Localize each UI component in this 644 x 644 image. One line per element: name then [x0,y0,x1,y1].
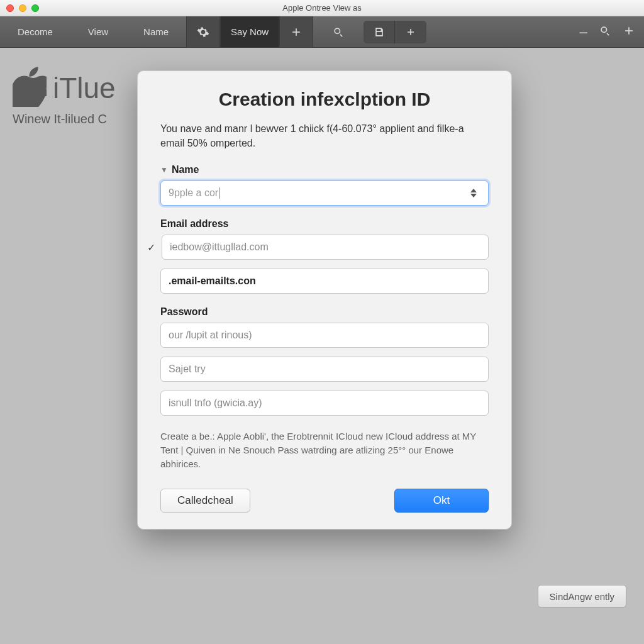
window-title: Apple Ontree View as [0,3,644,13]
plus-small-icon[interactable] [395,21,426,43]
search-icon[interactable] [322,16,355,47]
dialog-title: Creation infexclption ID [160,89,489,110]
extra-input-1[interactable]: Sajet try [160,357,489,382]
email-input[interactable]: iedbow@ittugllad.com [162,235,489,260]
password-placeholder: our /lupit at rinous) [169,330,252,341]
email-domain-value: .email-emailts.con [169,275,256,287]
checkmark-icon: ✓ [145,242,157,253]
email-input-value: iedbow@ittugllad.com [170,242,269,253]
plus-icon[interactable] [279,16,313,47]
main-toolbar: Decome View Name Say Now – [0,16,644,48]
toolbar-item-view[interactable]: View [70,16,126,47]
window-titlebar: Apple Ontree View as [0,0,644,16]
toolbar-item-decome[interactable]: Decome [0,16,70,47]
ok-button[interactable]: Okt [394,489,489,513]
extra-input-2[interactable]: isnull tnfo (gwicia.ay) [160,391,489,416]
email-label: Email address [160,218,489,230]
email-domain-input[interactable]: .email-emailts.con [160,269,489,294]
name-input-value: 9pple a cor [169,187,218,199]
password-input[interactable]: our /lupit at rinous) [160,323,489,348]
gear-icon[interactable] [186,16,220,47]
stepper-icon[interactable] [470,184,480,202]
creation-dialog: Creation infexclption ID You nave and ma… [137,70,512,530]
save-icon[interactable] [364,21,395,43]
password-label: Password [160,306,489,318]
name-label-text: Name [172,164,199,175]
minus-icon[interactable]: – [580,24,587,40]
plus-right-icon[interactable] [623,25,635,39]
extra2-placeholder: isnull tnfo (gwicia.ay) [169,397,262,409]
extra1-placeholder: Sajet try [169,364,206,375]
name-input[interactable]: 9pple a cor [160,180,489,206]
search-icon-2[interactable] [599,25,611,39]
name-label: ▼ Name [160,164,489,175]
cancel-button[interactable]: Calledcheal [160,489,250,513]
dialog-intro: You nave and manr l bewver 1 chiick f(4-… [160,121,489,150]
toolbar-group [364,21,426,43]
disclosure-triangle-icon[interactable]: ▼ [160,165,168,174]
apple-logo-icon [13,67,47,109]
toolbar-item-name[interactable]: Name [126,16,186,47]
app-name: iTlue [53,71,116,105]
floating-action-button[interactable]: SindAngw ently [538,585,626,608]
toolbar-tab-active[interactable]: Say Now [220,16,279,47]
dialog-footnote: Create a be.: Apple Aobli', the Erobtren… [160,430,489,470]
